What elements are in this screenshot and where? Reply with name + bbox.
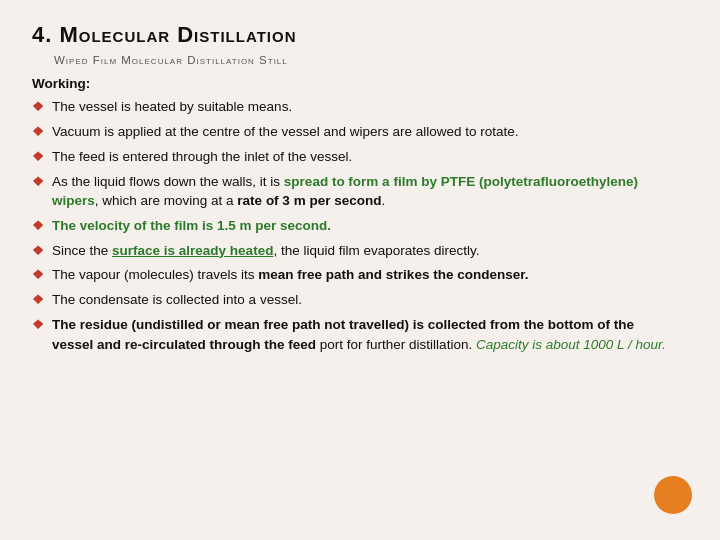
item-7-text: The vapour (molecules) travels its mean … [52,265,668,285]
item-3-text: The feed is entered through the inlet of… [52,147,668,167]
bullet-icon: ❖ [32,217,44,236]
bullet-icon: ❖ [32,148,44,167]
list-item: ❖ Since the surface is already heated, t… [32,241,668,261]
item-9-text: The residue (undistilled or mean free pa… [52,315,668,354]
subtitle: Wiped Film Molecular Distillation Still [32,54,668,66]
item-5-text: The velocity of the film is 1.5 m per se… [52,216,668,236]
list-item: ❖ The feed is entered through the inlet … [32,147,668,167]
list-item: ❖ The residue (undistilled or mean free … [32,315,668,354]
list-item: ❖ The vapour (molecules) travels its mea… [32,265,668,285]
bullet-list: ❖ The vessel is heated by suitable means… [32,97,668,354]
bullet-icon: ❖ [32,316,44,335]
page-container: 4. Molecular Distillation Wiped Film Mol… [0,0,720,379]
orange-circle-decoration [654,476,692,514]
bullet-icon: ❖ [32,173,44,192]
bullet-icon: ❖ [32,266,44,285]
item-4-text: As the liquid flows down the walls, it i… [52,172,668,211]
list-item: ❖ Vacuum is applied at the centre of the… [32,122,668,142]
bullet-icon: ❖ [32,98,44,117]
page-title: 4. Molecular Distillation [32,22,668,48]
item-2-text: Vacuum is applied at the centre of the v… [52,122,668,142]
working-label: Working: [32,76,668,91]
bullet-icon: ❖ [32,242,44,261]
item-8-text: The condensate is collected into a vesse… [52,290,668,310]
list-item: ❖ The condensate is collected into a ves… [32,290,668,310]
list-item: ❖ As the liquid flows down the walls, it… [32,172,668,211]
item-6-text: Since the surface is already heated, the… [52,241,668,261]
bullet-icon: ❖ [32,123,44,142]
bullet-icon: ❖ [32,291,44,310]
list-item: ❖ The velocity of the film is 1.5 m per … [32,216,668,236]
list-item: ❖ The vessel is heated by suitable means… [32,97,668,117]
item-1-text: The vessel is heated by suitable means. [52,97,668,117]
